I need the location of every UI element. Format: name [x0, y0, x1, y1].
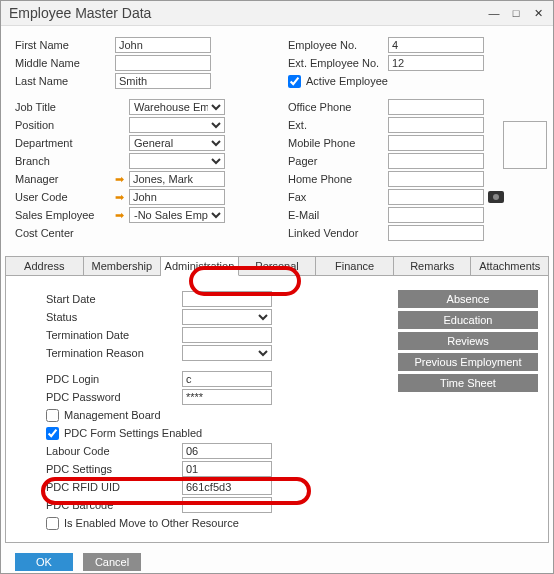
- department-label: Department: [15, 137, 115, 149]
- ok-button[interactable]: OK: [15, 553, 73, 571]
- email-label: E-Mail: [288, 209, 388, 221]
- camera-icon[interactable]: [488, 191, 504, 203]
- employee-photo-placeholder[interactable]: [503, 121, 547, 169]
- position-label: Position: [15, 119, 115, 131]
- job-title-select[interactable]: Warehouse Employee: [129, 99, 225, 115]
- tab-membership[interactable]: Membership: [84, 257, 162, 275]
- previous-employment-button[interactable]: Previous Employment: [398, 353, 538, 371]
- reviews-button[interactable]: Reviews: [398, 332, 538, 350]
- first-name-input[interactable]: [115, 37, 211, 53]
- link-arrow-icon[interactable]: ➡: [115, 191, 129, 204]
- pdc-password-input[interactable]: [182, 389, 272, 405]
- status-label: Status: [46, 311, 182, 323]
- tabstrip: Address Membership Administration Person…: [5, 256, 549, 276]
- manager-label: Manager: [15, 173, 115, 185]
- email-input[interactable]: [388, 207, 484, 223]
- fax-input[interactable]: [388, 189, 484, 205]
- tab-administration[interactable]: Administration: [161, 257, 239, 276]
- management-board-checkbox[interactable]: [46, 409, 59, 422]
- active-employee-label: Active Employee: [306, 75, 388, 87]
- tab-remarks[interactable]: Remarks: [394, 257, 472, 275]
- manager-input[interactable]: [129, 171, 225, 187]
- termination-reason-label: Termination Reason: [46, 347, 182, 359]
- office-phone-input[interactable]: [388, 99, 484, 115]
- move-other-resource-label: Is Enabled Move to Other Resource: [64, 517, 239, 529]
- employee-master-window: Employee Master Data — □ ✕ First Name Mi…: [0, 0, 554, 574]
- tab-personal[interactable]: Personal: [239, 257, 317, 275]
- ext-input[interactable]: [388, 117, 484, 133]
- linked-vendor-input[interactable]: [388, 225, 484, 241]
- branch-label: Branch: [15, 155, 115, 167]
- pager-label: Pager: [288, 155, 388, 167]
- middle-name-label: Middle Name: [15, 57, 115, 69]
- last-name-input[interactable]: [115, 73, 211, 89]
- office-phone-label: Office Phone: [288, 101, 388, 113]
- first-name-label: First Name: [15, 39, 115, 51]
- start-date-label: Start Date: [46, 293, 182, 305]
- department-select[interactable]: General: [129, 135, 225, 151]
- cost-center-label: Cost Center: [15, 227, 115, 239]
- job-title-label: Job Title: [15, 101, 115, 113]
- maximize-icon[interactable]: □: [509, 7, 523, 20]
- fax-label: Fax: [288, 191, 388, 203]
- link-arrow-icon[interactable]: ➡: [115, 209, 129, 222]
- employee-no-label: Employee No.: [288, 39, 388, 51]
- tab-attachments[interactable]: Attachments: [471, 257, 548, 275]
- pdc-settings-label: PDC Settings: [46, 463, 182, 475]
- termination-reason-select[interactable]: [182, 345, 272, 361]
- sales-employee-label: Sales Employee: [15, 209, 115, 221]
- ext-employee-no-label: Ext. Employee No.: [288, 57, 388, 69]
- user-code-input[interactable]: [129, 189, 225, 205]
- middle-name-input[interactable]: [115, 55, 211, 71]
- tab-finance[interactable]: Finance: [316, 257, 394, 275]
- termination-date-label: Termination Date: [46, 329, 182, 341]
- labour-code-input[interactable]: [182, 443, 272, 459]
- user-code-label: User Code: [15, 191, 115, 203]
- window-title: Employee Master Data: [9, 5, 151, 21]
- tab-panel-administration: Start Date Status Termination Date Termi…: [5, 276, 549, 543]
- home-phone-input[interactable]: [388, 171, 484, 187]
- mobile-phone-label: Mobile Phone: [288, 137, 388, 149]
- ext-employee-no-input[interactable]: [388, 55, 484, 71]
- pdc-rfid-uid-input[interactable]: [182, 479, 272, 495]
- pdc-login-input[interactable]: [182, 371, 272, 387]
- pdc-barcode-label: PDC Barcode: [46, 499, 182, 511]
- pdc-rfid-uid-label: PDC RFID UID: [46, 481, 182, 493]
- status-select[interactable]: [182, 309, 272, 325]
- titlebar: Employee Master Data — □ ✕: [1, 1, 553, 26]
- management-board-label: Management Board: [64, 409, 161, 421]
- start-date-input[interactable]: [182, 291, 272, 307]
- home-phone-label: Home Phone: [288, 173, 388, 185]
- termination-date-input[interactable]: [182, 327, 272, 343]
- employee-no-input[interactable]: [388, 37, 484, 53]
- linked-vendor-label: Linked Vendor: [288, 227, 388, 239]
- close-icon[interactable]: ✕: [531, 7, 545, 20]
- pdc-barcode-input[interactable]: [182, 497, 272, 513]
- pdc-form-settings-label: PDC Form Settings Enabled: [64, 427, 202, 439]
- time-sheet-button[interactable]: Time Sheet: [398, 374, 538, 392]
- cancel-button[interactable]: Cancel: [83, 553, 141, 571]
- link-arrow-icon[interactable]: ➡: [115, 173, 129, 186]
- minimize-icon[interactable]: —: [487, 7, 501, 20]
- education-button[interactable]: Education: [398, 311, 538, 329]
- pdc-form-settings-checkbox[interactable]: [46, 427, 59, 440]
- last-name-label: Last Name: [15, 75, 115, 87]
- branch-select[interactable]: [129, 153, 225, 169]
- position-select[interactable]: [129, 117, 225, 133]
- tab-address[interactable]: Address: [6, 257, 84, 275]
- absence-button[interactable]: Absence: [398, 290, 538, 308]
- pdc-login-label: PDC Login: [46, 373, 182, 385]
- pager-input[interactable]: [388, 153, 484, 169]
- pdc-password-label: PDC Password: [46, 391, 182, 403]
- active-employee-checkbox[interactable]: [288, 75, 301, 88]
- ext-label: Ext.: [288, 119, 388, 131]
- mobile-phone-input[interactable]: [388, 135, 484, 151]
- pdc-settings-input[interactable]: [182, 461, 272, 477]
- sales-employee-select[interactable]: -No Sales Employee-: [129, 207, 225, 223]
- labour-code-label: Labour Code: [46, 445, 182, 457]
- move-other-resource-checkbox[interactable]: [46, 517, 59, 530]
